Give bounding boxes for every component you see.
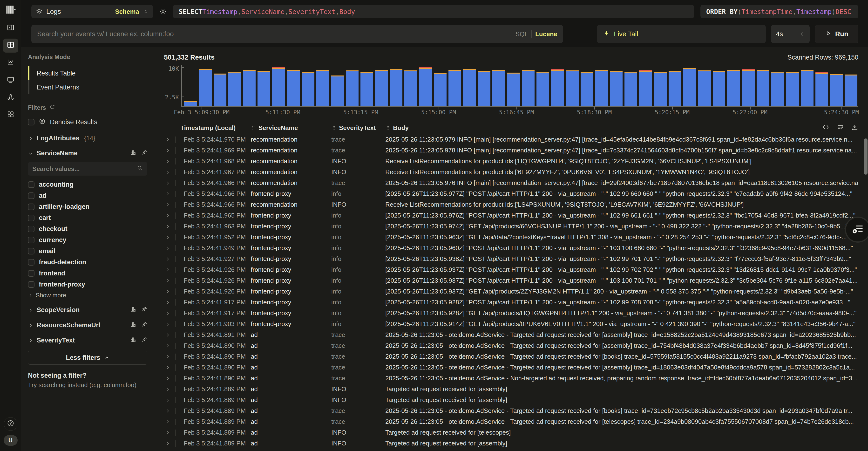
service-filter-option[interactable]: frontend-proxy <box>28 279 147 290</box>
column-header-body[interactable]: Body <box>385 124 812 132</box>
refresh-interval-select[interactable]: 4s <box>771 25 810 43</box>
nav-item-service-map[interactable] <box>3 91 18 105</box>
bar-chart-icon[interactable] <box>130 306 136 314</box>
histogram-bar[interactable] <box>507 72 520 106</box>
nav-item-metrics[interactable] <box>3 56 18 70</box>
histogram-bar[interactable] <box>492 70 505 106</box>
table-row[interactable]: Feb 3 5:24:41.926 PM frontend-proxy info… <box>164 264 858 275</box>
table-row[interactable]: Feb 3 5:24:41.890 PM ad trace 2025-05-26… <box>164 340 858 351</box>
pin-icon[interactable] <box>141 149 147 157</box>
table-row[interactable]: Feb 3 5:24:41.889 PM ad trace 2025-05-26… <box>164 405 858 416</box>
histogram-bar[interactable] <box>771 72 784 106</box>
service-checkbox[interactable] <box>28 259 34 266</box>
run-button[interactable]: Run <box>815 25 858 43</box>
service-checkbox[interactable] <box>28 237 34 243</box>
histogram-bar[interactable] <box>257 71 270 106</box>
histogram-bar[interactable] <box>199 69 212 106</box>
table-row[interactable]: Feb 3 5:24:41.890 PM ad trace 2025-05-26… <box>164 362 858 373</box>
histogram-bar[interactable] <box>624 72 637 106</box>
histogram-bar[interactable] <box>404 70 417 106</box>
histogram-bar[interactable] <box>434 73 446 106</box>
histogram-bar[interactable] <box>713 71 725 106</box>
expand-row-icon[interactable] <box>165 170 170 175</box>
facet-header[interactable]: SeverityText <box>28 336 147 344</box>
table-row[interactable]: Feb 3 5:24:41.891 PM ad trace 2025-05-26… <box>164 329 858 340</box>
service-checkbox[interactable] <box>28 181 34 188</box>
expand-row-icon[interactable] <box>165 311 170 316</box>
denoise-results-toggle[interactable]: Denoise Results <box>28 118 147 126</box>
facet-service-name[interactable]: ServiceName <box>28 149 147 157</box>
expand-row-icon[interactable] <box>165 354 170 359</box>
histogram-bar[interactable] <box>639 70 652 106</box>
histogram-bar[interactable] <box>214 73 226 106</box>
table-row[interactable]: Feb 3 5:24:41.965 PM frontend-proxy info… <box>164 210 858 221</box>
histogram-bar[interactable] <box>478 71 491 106</box>
histogram-bar[interactable] <box>419 67 432 106</box>
facet-search-input[interactable] <box>32 165 137 173</box>
histogram-bar[interactable] <box>287 70 300 106</box>
column-header-severitytext[interactable]: SeverityText <box>331 124 385 132</box>
expand-row-icon[interactable] <box>165 343 170 348</box>
expand-row-icon[interactable] <box>165 202 170 207</box>
expand-row-icon[interactable] <box>165 267 170 272</box>
expand-row-icon[interactable] <box>165 191 170 196</box>
denoise-checkbox[interactable] <box>28 119 34 125</box>
service-filter-option[interactable]: currency <box>28 234 147 245</box>
table-row[interactable]: Feb 3 5:24:41.889 PM ad INFO Targeted ad… <box>164 427 858 438</box>
table-row[interactable]: Feb 3 5:24:41.970 PM recommendation trac… <box>164 134 858 145</box>
search-bar[interactable]: SQL Lucene <box>31 25 563 43</box>
histogram-bar[interactable] <box>742 69 755 106</box>
less-filters-button[interactable]: Less filters <box>28 351 147 365</box>
histogram-bar[interactable] <box>566 70 579 106</box>
expand-row-icon[interactable] <box>165 409 170 413</box>
select-query-editor[interactable]: SELECT Timestamp, ServiceName, SeverityT… <box>173 5 694 18</box>
histogram-bar[interactable] <box>683 68 696 106</box>
bar-chart-icon[interactable] <box>130 321 136 329</box>
histogram-bar[interactable] <box>390 69 402 106</box>
expand-row-icon[interactable] <box>165 365 170 370</box>
service-filter-option[interactable]: checkout <box>28 223 147 234</box>
expand-row-icon[interactable] <box>165 159 170 164</box>
table-row[interactable]: Feb 3 5:24:41.917 PM frontend-proxy info… <box>164 308 858 319</box>
table-row[interactable]: Feb 3 5:24:41.952 PM frontend-proxy info… <box>164 232 858 243</box>
pin-icon[interactable] <box>141 321 147 329</box>
column-header-servicename[interactable]: ServiceName <box>251 124 331 132</box>
bar-chart-icon[interactable] <box>130 149 136 157</box>
table-row[interactable]: Feb 3 5:24:41.926 PM frontend-proxy info… <box>164 275 858 286</box>
service-checkbox[interactable] <box>28 281 34 288</box>
table-row[interactable]: Feb 3 5:24:41.967 PM recommendation INFO… <box>164 167 858 178</box>
service-checkbox[interactable] <box>28 248 34 254</box>
user-avatar[interactable]: U <box>4 435 18 446</box>
lucene-toggle[interactable]: Lucene <box>535 30 557 38</box>
table-row[interactable]: Feb 3 5:24:41.890 PM ad trace 2025-05-26… <box>164 373 858 384</box>
pin-icon[interactable] <box>141 336 147 344</box>
histogram-bar[interactable] <box>375 70 388 106</box>
refresh-icon[interactable] <box>50 104 55 111</box>
histogram-bar[interactable] <box>801 70 813 106</box>
column-header-timestamp[interactable]: Timestamp (Local) <box>180 124 251 132</box>
code-view-icon[interactable] <box>822 123 830 132</box>
table-row[interactable]: Feb 3 5:24:41.968 PM recommendation INFO… <box>164 156 858 167</box>
histogram-bar[interactable] <box>361 72 373 106</box>
nav-item-sql-console[interactable] <box>3 21 18 35</box>
table-row[interactable]: Feb 3 5:24:41.949 PM frontend-proxy info… <box>164 243 858 253</box>
expand-row-icon[interactable] <box>165 322 170 327</box>
histogram-bar[interactable] <box>727 70 740 106</box>
service-filter-option[interactable]: email <box>28 245 147 257</box>
service-checkbox[interactable] <box>28 204 34 210</box>
expand-row-icon[interactable] <box>165 278 170 283</box>
expand-row-icon[interactable] <box>165 235 170 240</box>
histogram-bar[interactable] <box>595 70 608 106</box>
histogram-bar[interactable] <box>654 72 667 106</box>
histogram-bar[interactable] <box>756 70 769 106</box>
order-by-editor[interactable]: ORDER BY (TimestampTime, Timestamp) DESC <box>701 5 858 18</box>
table-row[interactable]: Feb 3 5:24:41.890 PM ad trace 2025-05-26… <box>164 351 858 362</box>
table-row[interactable]: Feb 3 5:24:41.927 PM frontend-proxy info… <box>164 253 858 264</box>
expand-row-icon[interactable] <box>165 224 170 229</box>
settings-gear-icon[interactable] <box>159 8 166 15</box>
scrollbar-thumb[interactable] <box>864 139 868 175</box>
histogram-bar[interactable] <box>845 74 858 106</box>
table-row[interactable]: Feb 3 5:24:41.966 PM frontend-proxy info… <box>164 188 858 199</box>
expand-row-icon[interactable] <box>165 300 170 305</box>
histogram-bar[interactable] <box>463 69 476 106</box>
